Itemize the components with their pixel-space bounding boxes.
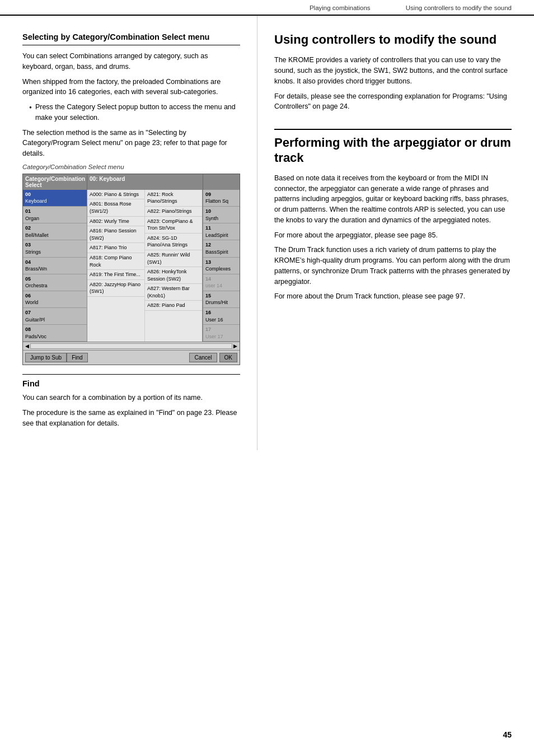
cat-left-item-1[interactable]: 01Organ <box>23 207 87 223</box>
para1: You can select Combinations arranged by … <box>22 51 240 72</box>
cat-right-item-7[interactable]: 16User 16 <box>203 308 240 325</box>
cat-left-item-0[interactable]: 00Keyboard <box>23 190 87 207</box>
right-para4: For more about the arpeggiator, please s… <box>274 230 512 241</box>
right-para5: The Drum Track function uses a rich vari… <box>274 245 512 287</box>
bullet-dot: • <box>29 102 32 114</box>
cat-right-item-0[interactable]: 09Flatton Sq <box>203 190 240 207</box>
cat-mid-item-15[interactable]: A828: Piano Pad <box>145 301 202 311</box>
jump-to-sub-button[interactable]: Jump to Sub <box>25 353 67 362</box>
para2: When shipped from the factory, the prelo… <box>22 77 240 98</box>
cat-left-item-2[interactable]: 02Bell/Mallet <box>23 223 87 240</box>
cat-mid-item-14[interactable]: A827: Western Bar (Knob1) <box>145 284 202 301</box>
right-section2-title: Performing with the arpeggiator or drum … <box>274 136 512 165</box>
cat-mid-item-1[interactable]: A801: Bossa Rose (SW1/2) <box>87 199 144 216</box>
right-para1: The KROME provides a variety of controll… <box>274 55 512 86</box>
right-para6: For more about the Drum Track function, … <box>274 291 512 302</box>
cat-mid-item-6[interactable]: A819: The First Time... <box>87 270 144 280</box>
cat-mid-item-8[interactable]: A821: Rock Piano/Strings <box>145 190 202 207</box>
cat-mid-item-9[interactable]: A822: Piano/Strings <box>145 207 202 217</box>
cat-right-item-6[interactable]: 15Drums/Hit <box>203 291 240 308</box>
page-number: 45 <box>503 730 512 739</box>
scroll-bar[interactable] <box>30 343 232 349</box>
cat-left-item-7[interactable]: 07Guitar/Pl <box>23 308 87 325</box>
cat-select-box: Category/Combination Select 00: Keyboard… <box>22 174 240 366</box>
right-section1-title: Using controllers to modify the sound <box>274 32 512 47</box>
cat-mid-item-13[interactable]: A826: HonkyTonk Session (SW2) <box>145 267 202 284</box>
page-header: Playing combinations Using controllers t… <box>0 0 534 16</box>
cat-scroll-row: ◀ ▶ <box>23 342 240 350</box>
header-text: Playing combinations Using controllers t… <box>310 4 512 11</box>
cat-header-row: Category/Combination Select 00: Keyboard <box>23 174 240 190</box>
cat-mid-item-12[interactable]: A825: Runnin' Wild (SW1) <box>145 250 202 267</box>
right-para3: Based on note data it receives from the … <box>274 173 512 226</box>
right-column: Using controllers to modify the sound Th… <box>257 16 534 450</box>
cat-mid-item-7[interactable]: A820: JazzyHop Piano (SW1) <box>87 280 144 297</box>
right-para2: For details, please see the correspondin… <box>274 91 512 113</box>
cat-header-left: Category/Combination Select <box>23 174 87 190</box>
cat-body: 00Keyboard 01Organ 02Bell/Mallet 03Strin… <box>23 190 240 342</box>
cat-header-mid: 00: Keyboard <box>87 174 203 190</box>
find-para1: You can search for a combination by a po… <box>22 393 240 403</box>
cat-header-right <box>203 174 240 190</box>
section1-title: Selecting by Category/Combination Select… <box>22 32 240 45</box>
cat-mid-item-10[interactable]: A823: CompPiano & Tron Str/Vox <box>145 217 202 234</box>
cat-mid-item-0[interactable]: A000: Piano & Strings <box>87 190 144 200</box>
caption: Category/Combination Select menu <box>22 164 240 170</box>
left-column: Selecting by Category/Combination Select… <box>0 16 257 450</box>
cat-right-item-5[interactable]: 14user 14 <box>203 274 240 291</box>
main-content: Selecting by Category/Combination Select… <box>0 16 534 450</box>
cat-right-item-8[interactable]: 17User 17 <box>203 325 240 342</box>
cat-mid-item-5[interactable]: A818: Comp Piano Rock <box>87 253 144 270</box>
cat-left-item-3[interactable]: 03Strings <box>23 240 87 257</box>
cat-mid-item-3[interactable]: A816: Piano Session (SW2) <box>87 226 144 243</box>
cat-mid-item-4[interactable]: A817: Piano Trio <box>87 243 144 253</box>
cancel-button[interactable]: Cancel <box>189 353 217 362</box>
find-para2: The procedure is the same as explained i… <box>22 408 240 429</box>
header-section1: Playing combinations <box>310 4 371 11</box>
cat-mid-list-2: A821: Rock Piano/Strings A822: Piano/Str… <box>145 190 203 342</box>
cat-right-item-2[interactable]: 11LeadSpirit <box>203 223 240 240</box>
cat-mid-list-1: A000: Piano & Strings A801: Bossa Rose (… <box>87 190 145 342</box>
cat-right-item-4[interactable]: 13Complexes <box>203 258 240 274</box>
cat-mid-area: A000: Piano & Strings A801: Bossa Rose (… <box>87 190 203 342</box>
cat-left-item-5[interactable]: 05Orchestra <box>23 274 87 291</box>
cat-mid-item-2[interactable]: A802: Wurly Time <box>87 217 144 227</box>
cat-right-item-1[interactable]: 10Synth <box>203 207 240 223</box>
cat-left-item-6[interactable]: 06World <box>23 291 87 308</box>
find-title: Find <box>22 374 240 388</box>
cat-left-list: 00Keyboard 01Organ 02Bell/Mallet 03Strin… <box>23 190 87 342</box>
scroll-left-arrow[interactable]: ◀ <box>25 343 29 349</box>
bullet-item: • Press the Category Select popup button… <box>22 102 240 123</box>
cat-mid-item-11[interactable]: A824: SG-1D Piano/Ana Strings <box>145 234 202 250</box>
cat-right-item-3[interactable]: 12BassSpirit <box>203 240 240 257</box>
cat-left-item-4[interactable]: 04Brass/Wn <box>23 258 87 274</box>
scroll-right-arrow[interactable]: ▶ <box>233 343 237 349</box>
ok-button[interactable]: OK <box>219 353 237 362</box>
para3: The selection method is the same as in "… <box>22 128 240 159</box>
cat-left-item-8[interactable]: 08Pads/Voc <box>23 325 87 342</box>
find-button[interactable]: Find <box>67 353 87 362</box>
header-section2: Using controllers to modify the sound <box>406 4 512 11</box>
bullet-text: Press the Category Select popup button t… <box>35 102 240 123</box>
cat-btn-row: Jump to Sub Find Cancel OK <box>23 350 240 365</box>
right-separator <box>274 129 512 136</box>
cat-right-list: 09Flatton Sq 10Synth 11LeadSpirit 12Bass… <box>203 190 240 342</box>
